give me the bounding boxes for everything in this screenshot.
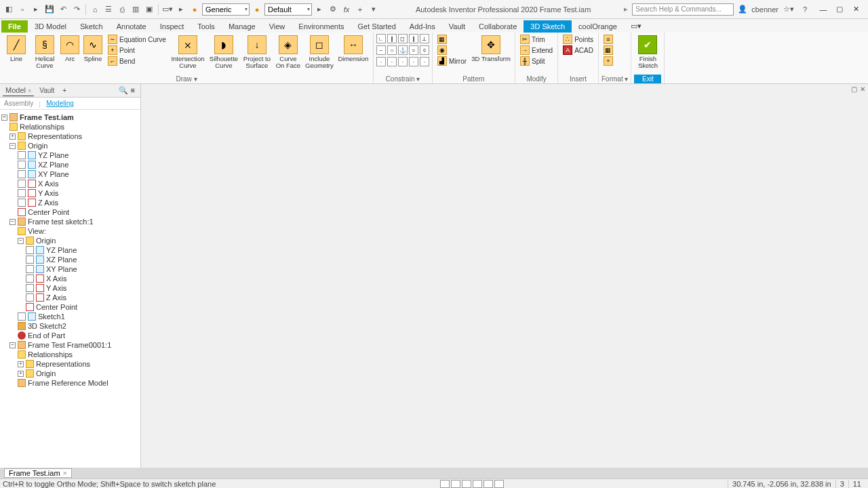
extend-button[interactable]: →Extend — [518, 45, 555, 56]
3dtransform-button[interactable]: ✥3D Transform — [470, 34, 512, 64]
points-button[interactable]: ∴Points — [561, 34, 595, 45]
finish-sketch-button[interactable]: ✔Finish Sketch — [634, 34, 661, 71]
expand-icon[interactable]: + — [9, 134, 16, 140]
tab-sketch[interactable]: Sketch — [73, 20, 110, 33]
tab-3dsketch[interactable]: 3D Sketch — [524, 20, 572, 33]
tab-annotate[interactable]: Annotate — [110, 20, 153, 33]
status-mode-icons[interactable] — [440, 480, 504, 488]
checkbox-icon[interactable] — [26, 256, 34, 264]
collapse-icon[interactable]: − — [9, 342, 16, 348]
doc-tab-frametest[interactable]: Frame Test.iam× — [4, 468, 72, 478]
equal-icon[interactable]: = — [409, 45, 418, 55]
checkbox-icon[interactable] — [18, 161, 26, 169]
incgeom-button[interactable]: ◻Include Geometry — [304, 34, 335, 71]
checkbox-icon[interactable] — [18, 199, 26, 207]
fx-icon[interactable]: fx — [340, 3, 353, 16]
select-icon[interactable]: ▭▾ — [161, 3, 174, 16]
checkbox-icon[interactable] — [26, 284, 34, 292]
line-button[interactable]: ╱Line — [3, 34, 30, 64]
tab-extra[interactable]: ▭▾ — [624, 20, 648, 33]
c5-icon[interactable]: · — [420, 57, 429, 66]
user-icon[interactable]: 👤 — [738, 5, 747, 14]
team-icon[interactable]: ☰ — [102, 3, 115, 16]
coincident-icon[interactable]: ∟ — [376, 34, 386, 43]
expand-icon[interactable]: + — [18, 371, 24, 377]
dimension-button[interactable]: ↔Dimension — [336, 34, 370, 64]
collinear-icon[interactable]: ∥ — [387, 34, 397, 43]
silcurve-button[interactable]: ◗Silhouette Curve — [208, 34, 240, 71]
checkbox-icon[interactable] — [18, 170, 26, 178]
subtab-modeling[interactable]: Modeling — [46, 100, 74, 107]
tab-inspect[interactable]: Inspect — [153, 20, 191, 33]
dropper-icon[interactable]: ▸ — [313, 3, 326, 16]
tool1-icon[interactable]: ⚙ — [327, 3, 339, 16]
tab-view[interactable]: View — [262, 20, 292, 33]
c1-icon[interactable]: · — [376, 57, 386, 66]
add-icon[interactable]: + — [354, 3, 366, 16]
user-name[interactable]: cbenner — [751, 5, 778, 14]
appearance-combo[interactable]: Default — [264, 3, 312, 16]
tab-addins[interactable]: Add-Ins — [403, 20, 442, 33]
menu-icon[interactable]: ≡ — [131, 86, 135, 95]
help-icon[interactable]: ? — [799, 3, 811, 16]
maximize-icon[interactable]: ▢ — [831, 3, 848, 16]
close-icon[interactable]: ✕ — [848, 3, 864, 16]
checkbox-icon[interactable] — [18, 151, 26, 159]
trim-button[interactable]: ✂Trim — [518, 34, 555, 45]
tab-getstarted[interactable]: Get Started — [351, 20, 403, 33]
split-button[interactable]: ╫Split — [518, 56, 555, 66]
fmt2-icon[interactable]: ▦ — [601, 45, 615, 56]
helical-button[interactable]: §Helical Curve — [31, 34, 58, 71]
fix-icon[interactable]: ⚓ — [398, 45, 408, 55]
tab-collaborate[interactable]: Collaborate — [472, 20, 524, 33]
appearance-icon[interactable]: ● — [251, 3, 263, 16]
spline-button[interactable]: ∿Spline — [81, 34, 104, 64]
tangent-icon[interactable]: ○ — [387, 45, 397, 55]
mirror-button[interactable]: ▟Mirror — [435, 56, 469, 66]
panel-close-icon[interactable]: ✕ — [860, 85, 865, 93]
c4-icon[interactable]: · — [409, 57, 418, 66]
smooth-icon[interactable]: ~ — [376, 45, 386, 55]
redo-icon[interactable]: ↷ — [71, 3, 83, 16]
filter-icon[interactable]: ▸ — [175, 3, 187, 16]
globe-icon[interactable]: ● — [189, 3, 201, 16]
search-icon[interactable]: ▸ — [624, 5, 628, 14]
tab-coolorange[interactable]: coolOrange — [572, 20, 624, 33]
tab-environments[interactable]: Environments — [292, 20, 351, 33]
eqcurve-button[interactable]: ∼Equation Curve — [106, 34, 168, 45]
circpattern-icon[interactable]: ◉ — [435, 45, 469, 56]
browser-tab-vault[interactable]: Vault — [37, 85, 57, 96]
browser-tab-add[interactable]: + — [60, 85, 69, 96]
checkbox-icon[interactable] — [18, 312, 26, 321]
close-icon[interactable]: × — [63, 469, 67, 477]
search-input[interactable]: Search Help & Commands... — [632, 3, 734, 16]
bend-button[interactable]: ⌐Bend — [106, 56, 168, 66]
projsurf-button[interactable]: ↓Project to Surface — [241, 34, 273, 71]
material-combo[interactable]: Generic — [202, 3, 250, 16]
checkbox-icon[interactable] — [26, 274, 34, 283]
intcurve-button[interactable]: ⨯Intersection Curve — [170, 34, 206, 71]
checkbox-icon[interactable] — [26, 293, 34, 302]
collapse-icon[interactable]: − — [9, 143, 16, 149]
new-icon[interactable]: ▫ — [16, 3, 28, 16]
clone-icon[interactable]: ▣ — [143, 3, 155, 16]
showcon-icon[interactable]: ◊ — [420, 45, 429, 55]
c3-icon[interactable]: · — [398, 57, 408, 66]
open-icon[interactable]: ▸ — [30, 3, 42, 16]
browser-tab-model[interactable]: Model× — [3, 85, 34, 96]
onplane-icon[interactable]: ◻ — [398, 34, 408, 43]
point-button[interactable]: +Point — [106, 45, 168, 56]
checkbox-icon[interactable] — [26, 246, 34, 254]
customize-icon[interactable]: ▾ — [368, 3, 380, 16]
fmt1-icon[interactable]: ≡ — [601, 34, 615, 45]
model-tree[interactable]: −Frame Test.iam Relationships +Represent… — [0, 110, 140, 468]
home-icon[interactable]: ⌂ — [89, 3, 101, 16]
tab-manage[interactable]: Manage — [222, 20, 262, 33]
save-icon[interactable]: 💾 — [43, 3, 56, 16]
tab-3dmodel[interactable]: 3D Model — [28, 20, 73, 33]
arc-button[interactable]: ◠Arc — [60, 34, 80, 64]
parallel-icon[interactable]: ∥ — [409, 34, 418, 43]
app-menu-icon[interactable]: ◧ — [3, 3, 15, 16]
acad-button[interactable]: AACAD — [561, 45, 595, 56]
minimize-icon[interactable]: — — [815, 3, 831, 16]
